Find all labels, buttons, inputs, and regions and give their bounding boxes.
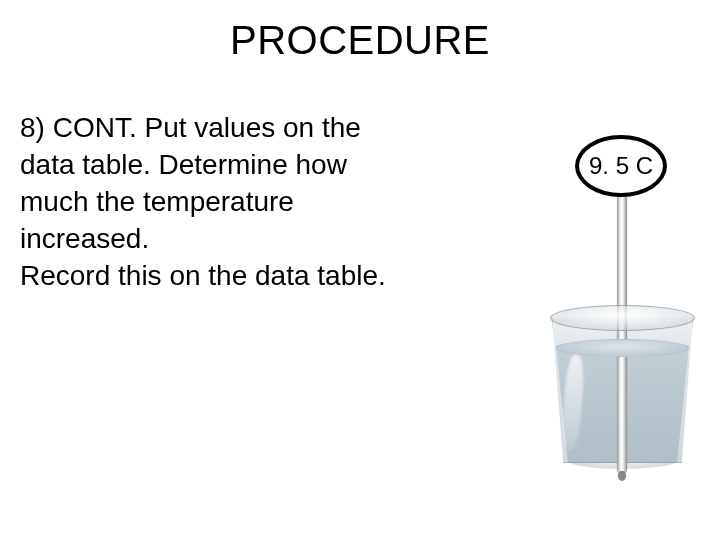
procedure-line-3: much the temperature [20, 184, 440, 219]
procedure-line-1: 8) CONT. Put values on the [20, 110, 440, 145]
temperature-value: 9. 5 C [589, 152, 653, 180]
thermometer-stem [617, 193, 627, 473]
procedure-line-5: Record this on the data table. [20, 258, 440, 293]
procedure-text: 8) CONT. Put values on the data table. D… [20, 110, 440, 295]
thermometer-figure: 9. 5 C [535, 135, 685, 475]
thermometer-tip [618, 471, 626, 481]
temperature-callout: 9. 5 C [575, 135, 667, 197]
cup-rim [550, 305, 695, 331]
slide-title: PROCEDURE [0, 18, 720, 63]
procedure-line-2: data table. Determine how [20, 147, 440, 182]
procedure-line-4: increased. [20, 221, 440, 256]
